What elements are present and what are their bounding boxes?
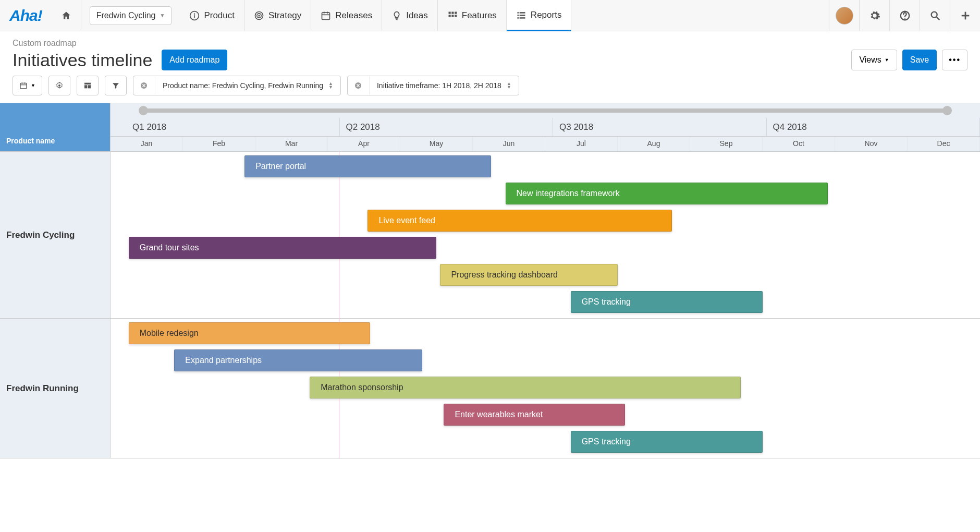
home-icon [61, 10, 71, 21]
svg-rect-33 [84, 83, 91, 84]
nav-product[interactable]: Product [180, 0, 244, 31]
avatar [836, 7, 853, 25]
initiative-bar[interactable]: GPS tracking [571, 431, 763, 453]
svg-rect-20 [517, 17, 519, 18]
initiative-bar[interactable]: Grand tour sites [129, 237, 437, 259]
svg-rect-10 [448, 11, 450, 14]
plus-icon [960, 10, 971, 21]
caret-down-icon: ▼ [885, 57, 889, 63]
ellipsis-icon: ••• [949, 55, 961, 65]
svg-rect-2 [194, 15, 195, 18]
svg-rect-19 [520, 15, 525, 16]
nav-label: Strategy [268, 10, 301, 21]
filter-button[interactable] [105, 76, 127, 95]
help-button[interactable] [889, 0, 920, 31]
timeline-group: Partner portalNew integrations framework… [111, 152, 980, 319]
breadcrumb: Custom roadmap [13, 39, 152, 48]
add-roadmap-button[interactable]: Add roadmap [162, 50, 227, 70]
page-header: Custom roadmap Initiatives timeline Add … [0, 31, 980, 76]
remove-filter-button[interactable] [348, 76, 370, 95]
nav-label: Reports [531, 10, 562, 20]
zoom-slider[interactable] [111, 103, 980, 118]
nav-label: Product [204, 10, 235, 21]
logo: Aha! [0, 0, 52, 31]
quarter-header: Q2 2018 [340, 118, 554, 136]
month-header: Nov [835, 137, 908, 151]
initiative-bar[interactable]: Live event feed [368, 210, 672, 232]
initiative-bar[interactable]: Progress tracking dashboard [440, 264, 618, 286]
caret-down-icon: ▼ [31, 83, 35, 88]
search-button[interactable] [920, 0, 950, 31]
quarter-header: Q1 2018 [111, 118, 340, 136]
nav-label: Ideas [406, 10, 428, 21]
initiative-bar[interactable]: New integrations framework [506, 183, 828, 204]
month-header: Aug [618, 137, 690, 151]
remove-filter-button[interactable] [133, 76, 155, 95]
bulb-icon [391, 10, 402, 21]
month-header: Apr [328, 137, 400, 151]
nav-label: Features [462, 10, 497, 21]
initiative-bar[interactable]: Expand partnerships [174, 349, 422, 371]
initiative-bar[interactable]: Marathon sponsorship [310, 377, 741, 398]
workspace-selector[interactable]: Fredwin Cycling ▼ [81, 0, 180, 31]
layout-icon [83, 81, 92, 90]
target-icon [254, 10, 264, 21]
month-header: Oct [763, 137, 835, 151]
nav-strategy[interactable]: Strategy [244, 0, 311, 31]
nav-reports[interactable]: Reports [507, 0, 572, 31]
add-button[interactable] [950, 0, 980, 31]
zoom-handle-right[interactable] [942, 106, 952, 115]
timeline-group: Mobile redesignExpand partnershipsMarath… [111, 319, 980, 458]
month-header: May [400, 137, 473, 151]
sort-icon: ▲▼ [507, 82, 511, 89]
gear-icon [55, 81, 64, 90]
svg-rect-17 [520, 12, 525, 14]
svg-rect-14 [451, 15, 454, 17]
timeline-side-header: Product name [0, 103, 111, 151]
info-icon [189, 10, 200, 21]
gear-icon [869, 10, 880, 21]
svg-rect-15 [455, 15, 457, 17]
svg-rect-16 [517, 12, 519, 14]
avatar-button[interactable] [829, 0, 859, 31]
calendar-icon [19, 81, 28, 90]
more-button[interactable]: ••• [942, 50, 967, 70]
settings-button[interactable] [859, 0, 889, 31]
initiative-bar[interactable]: GPS tracking [571, 291, 763, 313]
layout-button[interactable] [77, 76, 99, 95]
svg-point-1 [194, 13, 195, 15]
date-range-button[interactable]: ▼ [13, 76, 42, 95]
configure-button[interactable] [48, 76, 70, 95]
initiative-bar[interactable]: Enter wearables market [444, 404, 625, 426]
views-dropdown[interactable]: Views ▼ [851, 50, 897, 70]
svg-rect-35 [88, 85, 91, 88]
svg-line-25 [936, 17, 939, 20]
svg-point-32 [58, 84, 60, 87]
svg-point-5 [259, 15, 260, 16]
svg-rect-21 [520, 17, 525, 18]
month-header: Jul [545, 137, 618, 151]
svg-rect-18 [517, 15, 519, 16]
calendar-icon [321, 10, 331, 21]
home-button[interactable] [52, 0, 81, 31]
grid-icon [447, 10, 458, 21]
zoom-handle-left[interactable] [139, 106, 148, 115]
initiative-bar[interactable]: Mobile redesign [129, 322, 370, 344]
sort-icon: ▲▼ [328, 82, 333, 89]
search-icon [929, 10, 941, 21]
svg-rect-12 [455, 11, 457, 14]
month-header: Feb [183, 137, 255, 151]
filter-product[interactable]: Product name: Fredwin Cycling, Fredwin R… [133, 76, 341, 95]
views-label: Views [859, 55, 881, 65]
nav-features[interactable]: Features [438, 0, 507, 31]
group-label: Fredwin Cycling [0, 152, 110, 319]
x-circle-icon [140, 81, 148, 90]
svg-rect-28 [20, 83, 27, 89]
nav-ideas[interactable]: Ideas [382, 0, 438, 31]
initiative-bar[interactable]: Partner portal [244, 155, 491, 177]
filter-timeframe[interactable]: Initiative timeframe: 1H 2018, 2H 2018 ▲… [347, 76, 519, 95]
filter-timeframe-label: Initiative timeframe: 1H 2018, 2H 2018 [377, 81, 501, 90]
top-nav: Aha! Fredwin Cycling ▼ ProductStrategyRe… [0, 0, 980, 31]
save-button[interactable]: Save [902, 50, 937, 70]
nav-releases[interactable]: Releases [311, 0, 382, 31]
